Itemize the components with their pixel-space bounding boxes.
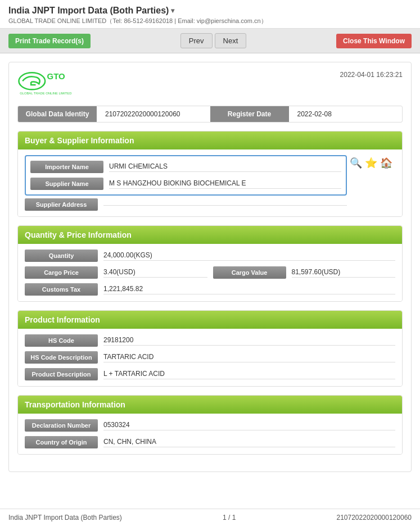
- logo-area: GTO GLOBAL TRADE ONLINE LIMITED: [17, 71, 79, 99]
- supplier-address-label: Supplier Address: [25, 198, 98, 211]
- importer-row: Importer Name URMI CHEMICALS: [30, 161, 341, 173]
- supplier-address-value: [103, 204, 347, 206]
- product-desc-row: Product Description L + TARTARIC ACID: [25, 368, 395, 380]
- importer-value: URMI CHEMICALS: [109, 162, 341, 172]
- declaration-row: Declaration Number 0530324: [25, 419, 395, 432]
- page-footer: India JNPT Import Data (Both Parties) 1 …: [0, 509, 420, 526]
- title-arrow[interactable]: ▾: [171, 7, 174, 15]
- transportation-section: Transportation Information Declaration N…: [17, 395, 403, 455]
- quantity-row: Quantity 24,000.00(KGS): [25, 250, 395, 262]
- customs-tax-row: Customs Tax 1,221,845.82: [25, 283, 395, 296]
- transportation-header: Transportation Information: [18, 396, 402, 414]
- register-date-label: Register Date: [210, 106, 289, 122]
- global-data-identity-value: 21072022020000120060: [97, 106, 210, 122]
- cargo-row: Cargo Price 3.40(USD) Cargo Value 81,597…: [25, 266, 395, 279]
- hs-code-desc-label: HS Code Description: [25, 351, 98, 364]
- quantity-price-title: Quantity & Price Information: [25, 230, 132, 239]
- customs-tax-value: 1,221,845.82: [103, 285, 395, 294]
- cargo-value-value: 81,597.60(USD): [292, 268, 396, 278]
- buyer-section-body: Importer Name URMI CHEMICALS Supplier Na…: [25, 155, 395, 211]
- product-header: Product Information: [18, 311, 402, 329]
- transportation-body: Declaration Number 0530324 Country of Or…: [18, 414, 402, 454]
- svg-text:GLOBAL TRADE ONLINE LIMITED: GLOBAL TRADE ONLINE LIMITED: [20, 92, 71, 95]
- product-body: HS Code 29181200 HS Code Description TAR…: [18, 329, 402, 386]
- product-desc-value: L + TARTARIC ACID: [103, 370, 395, 379]
- country-origin-row: Country of Origin CN, CHN, CHINA: [25, 436, 395, 448]
- buyer-fields: Importer Name URMI CHEMICALS Supplier Na…: [25, 155, 347, 211]
- nav-buttons: Prev Next: [180, 33, 246, 48]
- quantity-price-header: Quantity & Price Information: [18, 226, 402, 244]
- declaration-label: Declaration Number: [25, 419, 98, 432]
- logo-row: GTO GLOBAL TRADE ONLINE LIMITED 2022-04-…: [17, 71, 403, 99]
- cargo-value-group: Cargo Value 81,597.60(USD): [213, 266, 396, 279]
- register-date-value: 2022-02-08: [289, 106, 403, 122]
- cargo-price-value: 3.40(USD): [103, 268, 207, 278]
- timestamp: 2022-04-01 16:23:21: [340, 71, 403, 79]
- main-content: GTO GLOBAL TRADE ONLINE LIMITED 2022-04-…: [0, 53, 420, 509]
- quantity-label: Quantity: [25, 250, 98, 262]
- country-origin-value: CN, CHN, CHINA: [103, 438, 395, 447]
- quantity-price-body: Quantity 24,000.00(KGS) Cargo Price 3.40…: [18, 244, 402, 301]
- country-origin-label: Country of Origin: [25, 436, 98, 448]
- quantity-price-section: Quantity & Price Information Quantity 24…: [17, 225, 403, 302]
- product-section: Product Information HS Code 29181200 HS …: [17, 310, 403, 387]
- company-logo: GTO GLOBAL TRADE ONLINE LIMITED: [17, 71, 79, 99]
- print-button[interactable]: Print Trade Record(s): [8, 34, 91, 48]
- cargo-price-label: Cargo Price: [25, 266, 98, 279]
- buyer-icons: 🔍 ⭐ 🏠: [347, 155, 395, 171]
- customs-tax-label: Customs Tax: [25, 283, 98, 296]
- toolbar: Print Trade Record(s) Prev Next Close Th…: [0, 29, 420, 53]
- buyer-highlight: Importer Name URMI CHEMICALS Supplier Na…: [25, 155, 347, 196]
- declaration-value: 0530324: [103, 421, 395, 430]
- hs-code-value: 29181200: [103, 336, 395, 346]
- buyer-supplier-header: Buyer & Supplier Information: [18, 132, 402, 149]
- home-icon[interactable]: 🏠: [380, 158, 392, 168]
- prev-button[interactable]: Prev: [180, 33, 213, 48]
- buyer-supplier-section: Buyer & Supplier Information Importer Na…: [17, 131, 403, 217]
- page-subtitle: GLOBAL TRADE ONLINE LIMITED（Tel: 86-512-…: [8, 17, 412, 25]
- record-card: GTO GLOBAL TRADE ONLINE LIMITED 2022-04-…: [8, 62, 412, 472]
- footer-right: 21072022020000120060: [337, 514, 412, 522]
- svg-text:GTO: GTO: [47, 71, 66, 81]
- buyer-supplier-body: Importer Name URMI CHEMICALS Supplier Na…: [18, 149, 402, 216]
- supplier-address-row: Supplier Address: [25, 198, 347, 211]
- supplier-row: Supplier Name M S HANGZHOU BIOKING BIOCH…: [30, 178, 341, 190]
- supplier-label: Supplier Name: [30, 178, 103, 190]
- product-desc-label: Product Description: [25, 368, 98, 380]
- footer-center: 1 / 1: [223, 514, 236, 522]
- hs-code-row: HS Code 29181200: [25, 334, 395, 347]
- hs-code-desc-row: HS Code Description TARTARIC ACID: [25, 351, 395, 364]
- importer-label: Importer Name: [30, 161, 103, 173]
- quantity-value: 24,000.00(KGS): [103, 251, 395, 261]
- title-text: India JNPT Import Data (Both Parties): [8, 6, 169, 16]
- hs-code-desc-value: TARTARIC ACID: [103, 353, 395, 362]
- close-button[interactable]: Close This Window: [336, 34, 412, 48]
- cargo-price-group: Cargo Price 3.40(USD): [25, 266, 207, 279]
- buyer-supplier-title: Buyer & Supplier Information: [25, 136, 134, 145]
- transportation-title: Transportation Information: [25, 400, 125, 409]
- footer-left: India JNPT Import Data (Both Parties): [8, 514, 122, 522]
- product-title: Product Information: [25, 315, 100, 324]
- global-data-identity-label: Global Data Identity: [18, 106, 97, 122]
- hs-code-label: HS Code: [25, 334, 98, 347]
- search-icon[interactable]: 🔍: [350, 158, 362, 168]
- cargo-value-label: Cargo Value: [213, 266, 286, 279]
- page-header: India JNPT Import Data (Both Parties) ▾ …: [0, 0, 420, 29]
- identity-row: Global Data Identity 2107202202000012006…: [17, 106, 403, 123]
- supplier-value: M S HANGZHOU BIOKING BIOCHEMICAL E: [109, 179, 341, 189]
- page-title: India JNPT Import Data (Both Parties) ▾: [8, 6, 412, 16]
- next-button[interactable]: Next: [215, 33, 247, 48]
- star-icon[interactable]: ⭐: [365, 158, 377, 168]
